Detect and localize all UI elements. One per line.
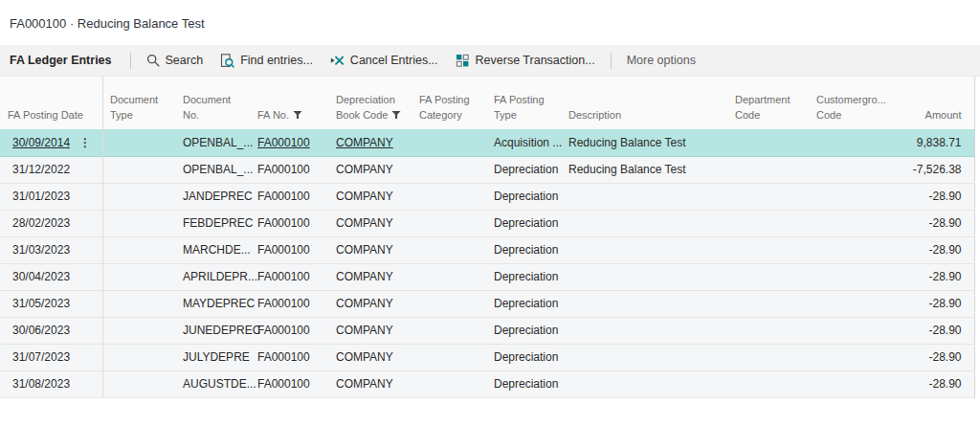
table-row[interactable]: 31/01/2023JANDEPRECFA000100COMPANYDeprec… (0, 183, 974, 210)
cell-depreciation_book_code[interactable]: COMPANY (328, 236, 412, 263)
cell-department_code[interactable] (727, 263, 809, 290)
cell-amount[interactable]: -28.90 (888, 290, 974, 317)
cell-document_no[interactable]: FEBDEPREC (175, 210, 250, 236)
cell-fa_posting_type[interactable]: Acquisition ... (486, 129, 561, 156)
cell-fa_posting_date[interactable]: 30/04/2023 (0, 263, 102, 290)
cell-fa_posting_type[interactable]: Depreciation (486, 210, 561, 236)
cell-fa_posting_category[interactable] (412, 156, 486, 183)
cell-fa_posting_type[interactable]: Depreciation (486, 370, 561, 397)
cell-document_type[interactable] (102, 370, 175, 397)
cell-depreciation_book_code[interactable]: COMPANY (328, 370, 412, 397)
cell-department_code[interactable] (727, 156, 809, 183)
cell-customergroup_code[interactable] (809, 290, 888, 317)
cell-document_no[interactable]: MARCHDE... (175, 236, 250, 263)
cell-document_type[interactable] (102, 290, 175, 317)
cancel-entries-button[interactable]: Cancel Entries... (322, 49, 447, 73)
cell-fa_posting_date[interactable]: 31/05/2023 (0, 290, 102, 317)
cell-fa_posting_type[interactable]: Depreciation (486, 344, 561, 370)
cell-description[interactable] (561, 290, 727, 317)
row-context-menu-icon[interactable]: ⋮ (79, 137, 91, 148)
cell-fa_posting_type[interactable]: Depreciation (486, 263, 561, 290)
cell-depreciation_book_code[interactable]: COMPANY (328, 317, 412, 344)
cell-fa_posting_date[interactable]: 31/03/2023 (0, 236, 102, 263)
column-header-description[interactable]: Description (561, 77, 727, 129)
column-header-department_code[interactable]: Department Code (727, 77, 809, 129)
table-row[interactable]: 31/08/2023AUGUSTDE...FA000100COMPANYDepr… (0, 370, 974, 397)
cell-fa_no[interactable]: FA000100 (250, 236, 328, 263)
cell-document_type[interactable] (102, 344, 175, 370)
cell-document_no[interactable]: JANDEPREC (175, 183, 250, 210)
cell-description[interactable] (561, 183, 727, 210)
cell-fa_no[interactable]: FA000100 (250, 370, 328, 397)
cell-depreciation_book_code[interactable]: COMPANY (328, 210, 412, 236)
cell-document_type[interactable] (102, 317, 175, 344)
cell-customergroup_code[interactable] (809, 317, 888, 344)
cell-fa_posting_type[interactable]: Depreciation (486, 183, 561, 210)
find-entries-button[interactable]: Find entries... (212, 49, 322, 73)
table-row[interactable]: 30/09/2014⋮OPENBAL_...FA000100COMPANYAcq… (0, 129, 974, 156)
cell-fa_posting_date[interactable]: 31/12/2022 (0, 156, 102, 183)
cell-document_no[interactable]: JULYDEPRE (175, 344, 250, 370)
cell-department_code[interactable] (727, 370, 809, 397)
cell-customergroup_code[interactable] (809, 183, 888, 210)
cell-document_type[interactable] (102, 210, 175, 236)
cell-department_code[interactable] (727, 183, 809, 210)
cell-fa_no[interactable]: FA000100 (250, 317, 328, 344)
cell-document_no[interactable]: OPENBAL_... (175, 129, 250, 156)
cell-amount[interactable]: -28.90 (888, 263, 974, 290)
cell-department_code[interactable] (727, 129, 809, 156)
cell-fa_no[interactable]: FA000100 (250, 290, 328, 317)
cell-fa_posting_date[interactable]: 31/07/2023 (0, 344, 102, 370)
cell-description[interactable] (561, 210, 727, 236)
cell-description[interactable]: Reducing Balance Test (561, 129, 727, 156)
cell-amount[interactable]: -28.90 (888, 317, 974, 344)
cell-fa_posting_date[interactable]: 30/09/2014⋮ (0, 129, 102, 156)
cell-description[interactable] (561, 344, 727, 370)
cell-fa_no[interactable]: FA000100 (250, 156, 328, 183)
column-header-fa_no[interactable]: FA No. (250, 77, 328, 129)
column-header-fa_posting_category[interactable]: FA Posting Category (412, 77, 486, 129)
cell-fa_no[interactable]: FA000100 (250, 183, 328, 210)
cell-department_code[interactable] (727, 290, 809, 317)
cell-amount[interactable]: -28.90 (888, 210, 974, 236)
cell-document_no[interactable]: JUNEDEPREC (175, 317, 250, 344)
column-header-document_type[interactable]: Document Type (102, 77, 175, 129)
cell-fa_no[interactable]: FA000100 (250, 210, 328, 236)
cell-fa_posting_category[interactable] (412, 290, 486, 317)
cell-depreciation_book_code[interactable]: COMPANY (328, 156, 412, 183)
cell-department_code[interactable] (727, 210, 809, 236)
cell-customergroup_code[interactable] (809, 236, 888, 263)
cell-fa_no[interactable]: FA000100 (250, 129, 328, 156)
table-row[interactable]: 31/07/2023JULYDEPREFA000100COMPANYDeprec… (0, 344, 974, 370)
cell-fa_posting_category[interactable] (412, 236, 486, 263)
reverse-transaction-button[interactable]: Reverse Transaction... (447, 49, 604, 73)
cell-fa_posting_category[interactable] (412, 129, 486, 156)
cell-fa_posting_type[interactable]: Depreciation (486, 317, 561, 344)
cell-customergroup_code[interactable] (809, 156, 888, 183)
cell-description[interactable] (561, 317, 727, 344)
cell-description[interactable] (561, 370, 727, 397)
table-row[interactable]: 28/02/2023FEBDEPRECFA000100COMPANYDeprec… (0, 210, 974, 236)
column-header-customergroup_code[interactable]: Customergro... Code (809, 77, 888, 129)
cell-fa_posting_category[interactable] (412, 370, 486, 397)
cell-depreciation_book_code[interactable]: COMPANY (328, 290, 412, 317)
table-row[interactable]: 31/03/2023MARCHDE...FA000100COMPANYDepre… (0, 236, 974, 263)
cell-department_code[interactable] (727, 344, 809, 370)
cell-fa_posting_type[interactable]: Depreciation (486, 156, 561, 183)
cell-customergroup_code[interactable] (809, 370, 888, 397)
cell-depreciation_book_code[interactable]: COMPANY (328, 129, 412, 156)
cell-depreciation_book_code[interactable]: COMPANY (328, 263, 412, 290)
cell-department_code[interactable] (727, 236, 809, 263)
cell-department_code[interactable] (727, 317, 809, 344)
cell-document_type[interactable] (102, 183, 175, 210)
cell-amount[interactable]: 9,838.71 (888, 129, 974, 156)
search-button[interactable]: Search (138, 49, 212, 72)
cell-fa_posting_category[interactable] (412, 263, 486, 290)
cell-document_no[interactable]: MAYDEPREC (175, 290, 250, 317)
cell-description[interactable] (561, 236, 727, 263)
cell-description[interactable] (561, 263, 727, 290)
cell-fa_posting_type[interactable]: Depreciation (486, 236, 561, 263)
cell-depreciation_book_code[interactable]: COMPANY (328, 183, 412, 210)
column-header-document_no[interactable]: Document No. (175, 77, 250, 129)
cell-description[interactable]: Reducing Balance Test (561, 156, 727, 183)
